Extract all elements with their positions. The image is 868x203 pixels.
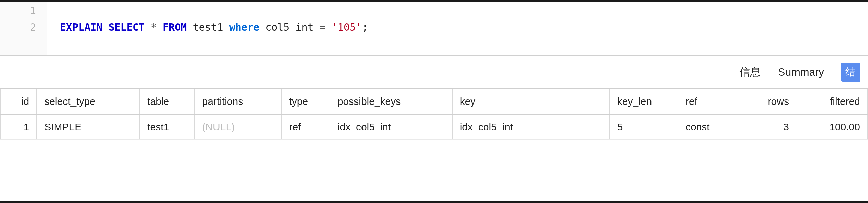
table-header-row: id select_type table partitions type pos… — [0, 89, 868, 114]
token-op: = — [320, 21, 332, 33]
col-header-rows[interactable]: rows — [739, 89, 797, 114]
col-header-possible_keys[interactable]: possible_keys — [330, 89, 453, 114]
cell-select_type: SIMPLE — [37, 114, 140, 140]
editor-line: 2 EXPLAIN SELECT * FROM test1 where col5… — [0, 19, 868, 35]
token-op: * — [151, 21, 163, 33]
token-punct: ; — [362, 21, 368, 33]
cell-rows: 3 — [739, 114, 797, 140]
col-header-type[interactable]: type — [281, 89, 330, 114]
col-header-filtered[interactable]: filtered — [797, 89, 868, 114]
cell-table: test1 — [140, 114, 194, 140]
col-header-select_type[interactable]: select_type — [37, 89, 140, 114]
result-tabs: 信息 Summary 结 — [0, 56, 868, 89]
cell-key_len: 5 — [610, 114, 678, 140]
cell-filtered: 100.00 — [797, 114, 868, 140]
sql-editor[interactable]: 1 2 EXPLAIN SELECT * FROM test1 where co… — [0, 2, 868, 56]
tab-summary[interactable]: Summary — [777, 64, 825, 80]
sql-explain-panel: 1 2 EXPLAIN SELECT * FROM test1 where co… — [0, 0, 868, 203]
token-kw: EXPLAIN — [60, 21, 108, 33]
table-row[interactable]: 1 SIMPLE test1 (NULL) ref idx_col5_int i… — [0, 114, 868, 140]
line-number: 1 — [0, 2, 47, 19]
code-line[interactable]: EXPLAIN SELECT * FROM test1 where col5_i… — [47, 21, 368, 33]
cell-id: 1 — [0, 114, 37, 140]
col-header-table[interactable]: table — [140, 89, 194, 114]
results-table-wrap[interactable]: id select_type table partitions type pos… — [0, 89, 868, 203]
tab-info[interactable]: 信息 — [739, 63, 762, 82]
cell-type: ref — [281, 114, 330, 140]
cell-key: idx_col5_int — [453, 114, 610, 140]
cell-ref: const — [678, 114, 739, 140]
col-header-key[interactable]: key — [453, 89, 610, 114]
col-header-ref[interactable]: ref — [678, 89, 739, 114]
col-header-partitions[interactable]: partitions — [194, 89, 281, 114]
editor-padding — [0, 35, 868, 56]
token-kw2: where — [229, 21, 265, 33]
explain-results-table: id select_type table partitions type pos… — [0, 89, 868, 140]
token-kw: SELECT — [108, 21, 151, 33]
token-kw: FROM — [163, 21, 193, 33]
token-str: '105' — [332, 21, 362, 33]
token-ident: col5_int — [265, 21, 320, 33]
col-header-id[interactable]: id — [0, 89, 37, 114]
cell-partitions: (NULL) — [194, 114, 281, 140]
editor-line: 1 — [0, 2, 868, 19]
line-number: 2 — [0, 19, 47, 35]
col-header-key_len[interactable]: key_len — [610, 89, 678, 114]
tab-results[interactable]: 结 — [841, 63, 860, 82]
token-ident: test1 — [193, 21, 229, 33]
cell-possible_keys: idx_col5_int — [330, 114, 453, 140]
